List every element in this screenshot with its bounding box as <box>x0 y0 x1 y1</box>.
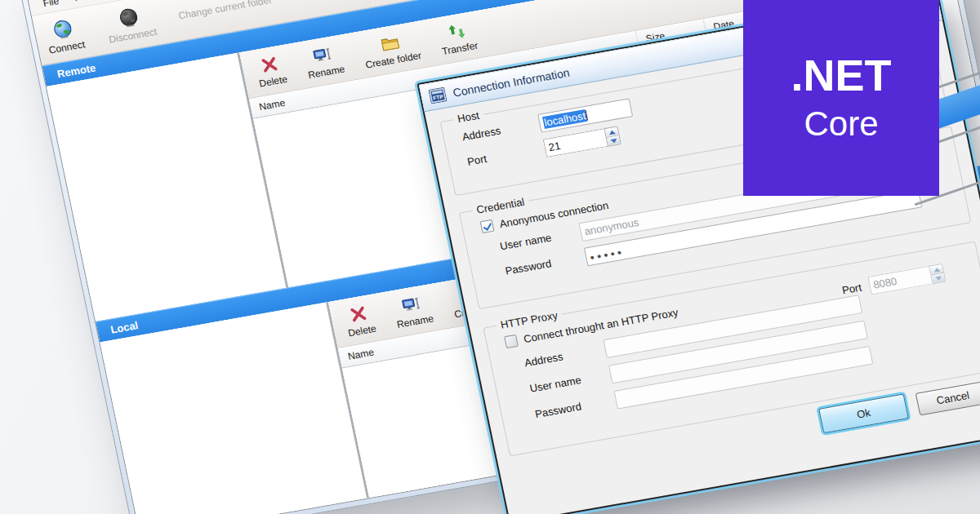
disconnect-button[interactable]: Disconnect <box>103 3 158 45</box>
remote-caption-label: Remote <box>56 61 96 80</box>
password-label: Password <box>489 251 586 280</box>
globe-dark-icon <box>117 6 142 30</box>
cancel-button[interactable]: Cancel <box>915 380 980 415</box>
host-legend: Host <box>452 109 484 126</box>
remote-transfer-button[interactable]: Transfer <box>437 19 479 57</box>
remote-create-folder-button[interactable]: Create folder <box>360 29 423 70</box>
anonymous-checkbox[interactable] <box>480 219 495 233</box>
password-dots: ●●●●● <box>589 247 625 261</box>
proxy-port-label: Port <box>841 281 863 297</box>
remote-rename-button[interactable]: Rename <box>302 42 345 81</box>
delete-x-icon <box>258 53 282 76</box>
rename-icon <box>400 293 424 316</box>
arrow-down-icon <box>935 276 942 281</box>
spin-down-button[interactable] <box>607 135 621 145</box>
globe-icon <box>51 17 76 42</box>
local-delete-button[interactable]: Delete <box>342 302 376 339</box>
rename-label: Rename <box>307 63 346 81</box>
port-label: Port <box>466 142 546 167</box>
ftp-icon <box>428 86 447 104</box>
rename-icon <box>311 43 335 66</box>
dotnet-core-badge: .NET Core <box>743 0 939 196</box>
arrow-up-icon <box>608 130 616 135</box>
transfer-label: Transfer <box>441 39 479 56</box>
badge-title: .NET <box>791 52 891 99</box>
selected-text: localhost <box>542 109 588 129</box>
transfer-arrows-icon <box>445 20 469 43</box>
local-caption-label: Local <box>109 319 140 336</box>
remote-delete-button[interactable]: Delete <box>254 52 288 89</box>
proxy-checkbox[interactable] <box>504 335 519 348</box>
create-folder-label: Create folder <box>364 49 422 70</box>
new-folder-icon <box>378 32 402 55</box>
proxy-password-label: Password <box>519 394 617 423</box>
arrow-up-icon <box>933 267 940 272</box>
change-current-folder-button[interactable]: Change current folder <box>177 0 273 21</box>
scene: File Actions Connect Disconnect Change c… <box>0 0 980 514</box>
rename-label: Rename <box>396 312 435 330</box>
spin-down-button[interactable] <box>932 273 946 283</box>
port-stepper[interactable]: 21 <box>543 126 621 157</box>
local-rename-button[interactable]: Rename <box>391 291 434 330</box>
connect-label: Connect <box>47 38 86 55</box>
delete-x-icon <box>347 303 371 326</box>
disconnect-label: Disconnect <box>108 25 158 45</box>
port-value[interactable]: 21 <box>543 128 608 157</box>
connect-button[interactable]: Connect <box>43 16 87 55</box>
spinner <box>604 126 621 146</box>
badge-subtitle: Core <box>804 104 878 144</box>
arrow-down-icon <box>610 138 617 143</box>
